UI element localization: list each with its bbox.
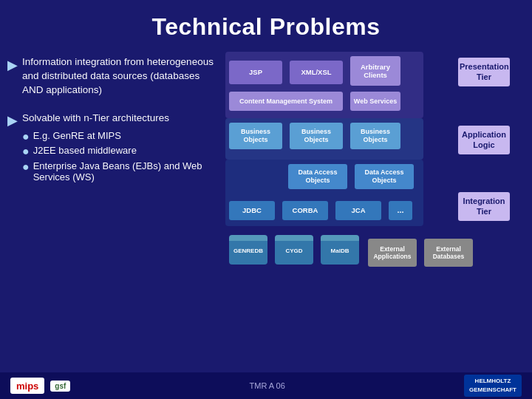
webservices-box: Web Services bbox=[350, 92, 400, 111]
bullet-group-2: Solvable with n-Tier architectures ● E.g… bbox=[22, 111, 214, 183]
business-objects-box-1: Business Objects bbox=[229, 123, 282, 149]
dao-box-2: Data Access Objects bbox=[355, 164, 414, 189]
jsp-box: JSP bbox=[229, 61, 282, 84]
sub-text-3: Enterprise Java Beans (EJBs) and Web Ser… bbox=[33, 160, 214, 183]
sub-bullets: ● E.g. GenRE at MIPS ● J2EE based middle… bbox=[22, 130, 214, 183]
logos-area: mips gsf bbox=[10, 378, 70, 394]
bullet-arrow-2: ▶ bbox=[7, 112, 18, 129]
business-objects-box-2: Business Objects bbox=[290, 123, 343, 149]
bottom-bar: mips gsf TMR A 06 HELMHOLTZGEMEINSCHAFT bbox=[0, 372, 532, 399]
mips-logo: mips bbox=[10, 378, 44, 394]
genredb-label: GENREDB bbox=[233, 248, 263, 254]
business-objects-box-3: Business Objects bbox=[350, 123, 400, 149]
maldb-cylinder: MalDB bbox=[321, 235, 359, 265]
slide-title: Technical Problems bbox=[0, 0, 532, 48]
maldb-label: MalDB bbox=[331, 248, 349, 254]
xmlxsl-box: XML/XSL bbox=[290, 61, 343, 84]
arbitrary-box: Arbitrary Clients bbox=[350, 56, 400, 86]
integration-tier-label: Integration Tier bbox=[458, 192, 510, 221]
helmholtz-logo: HELMHOLTZGEMEINSCHAFT bbox=[464, 375, 522, 396]
dao-box-1: Data Access Objects bbox=[288, 164, 347, 189]
bullet-text-1: Information integration from heterogeneo… bbox=[22, 55, 214, 98]
content-area: ▶ Information integration from heterogen… bbox=[0, 52, 532, 377]
bullet-item-2: ▶ Solvable with n-Tier architectures ● E… bbox=[7, 111, 214, 183]
right-panel: Presentation Tier Application Logic Inte… bbox=[222, 52, 525, 377]
presentation-tier-label: Presentation Tier bbox=[458, 58, 510, 86]
corba-box: CORBA bbox=[282, 201, 328, 220]
sub-text-2: J2EE based middleware bbox=[33, 145, 137, 156]
cygd-cylinder: CYGD bbox=[275, 235, 313, 265]
gsf-logo: gsf bbox=[50, 381, 70, 392]
sub-text-1: E.g. GenRE at MIPS bbox=[33, 130, 121, 141]
sub-bullet-3: ● Enterprise Java Beans (EJBs) and Web S… bbox=[22, 160, 214, 183]
cygd-label: CYGD bbox=[285, 248, 302, 254]
slide: Technical Problems ▶ Information integra… bbox=[0, 0, 532, 399]
jdbc-box: JDBC bbox=[229, 201, 275, 220]
architecture-diagram: Presentation Tier Application Logic Inte… bbox=[222, 52, 510, 377]
jca-box: JCA bbox=[335, 201, 381, 220]
sub-dot-1: ● bbox=[22, 130, 30, 143]
external-dbs-box: External Databases bbox=[424, 239, 473, 267]
genredb-cylinder: GENREDB bbox=[229, 235, 267, 265]
slide-number: TMR A 06 bbox=[250, 381, 285, 390]
bullet-item-1: ▶ Information integration from heterogen… bbox=[7, 55, 214, 98]
external-apps-box: External Applications bbox=[368, 239, 417, 267]
application-tier-label: Application Logic bbox=[458, 126, 510, 154]
sub-bullet-2: ● J2EE based middleware bbox=[22, 145, 214, 158]
left-panel: ▶ Information integration from heterogen… bbox=[7, 52, 214, 377]
bullet-arrow-1: ▶ bbox=[7, 57, 18, 73]
sub-bullet-1: ● E.g. GenRE at MIPS bbox=[22, 130, 214, 143]
bullet-text-2: Solvable with n-Tier architectures bbox=[22, 112, 169, 123]
cms-box: Content Management System bbox=[229, 92, 343, 111]
sub-dot-3: ● bbox=[22, 160, 30, 174]
dots-box: ... bbox=[389, 201, 412, 220]
sub-dot-2: ● bbox=[22, 145, 30, 158]
